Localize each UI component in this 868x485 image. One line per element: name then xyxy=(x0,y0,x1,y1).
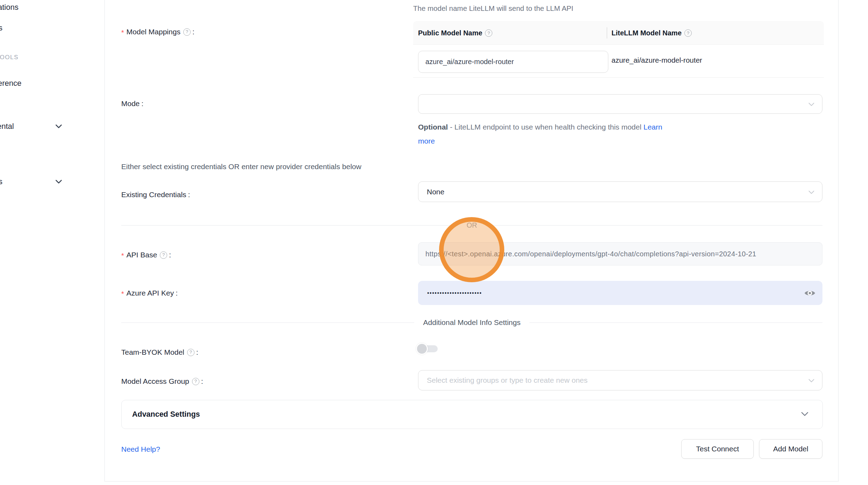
add-model-form: The model name LiteLLM will send to the … xyxy=(104,0,839,481)
header-text: LiteLLM Model Name xyxy=(611,29,682,37)
mode-help-line2: more xyxy=(418,136,435,146)
advanced-settings-panel[interactable]: Advanced Settings xyxy=(121,400,823,429)
label-colon: : xyxy=(142,98,144,109)
sidebar-item-inference[interactable]: erence xyxy=(0,77,21,89)
label-text: Model Mappings xyxy=(127,26,180,37)
team-byok-toggle[interactable] xyxy=(416,343,438,355)
label-text: API Base xyxy=(127,249,157,261)
toggle-handle xyxy=(416,343,428,355)
model-name-hint: The model name LiteLLM will send to the … xyxy=(413,4,573,13)
chevron-down-icon xyxy=(808,100,814,108)
label-colon: : xyxy=(188,189,190,200)
required-marker: * xyxy=(121,27,124,38)
divider-line xyxy=(486,225,823,226)
sidebar-section-tools: TOOLS xyxy=(0,53,19,62)
help-text: - LiteLLM endpoint to use when health ch… xyxy=(450,123,641,131)
sidebar-item-label: ental xyxy=(0,122,14,131)
help-icon[interactable]: ? xyxy=(183,28,191,36)
team-byok-label: Team-BYOK Model ? : xyxy=(121,347,198,358)
sidebar-item-models[interactable]: s xyxy=(0,22,2,34)
learn-more-link[interactable]: more xyxy=(418,137,435,145)
add-model-button[interactable]: Add Model xyxy=(759,439,822,459)
litellm-model-name-value: azure_ai/azure-model-router xyxy=(611,56,702,64)
select-value: None xyxy=(427,188,444,196)
label-colon: : xyxy=(169,249,171,261)
or-divider: OR xyxy=(121,221,822,230)
sidebar-item-label: s xyxy=(0,23,2,32)
label-colon: : xyxy=(196,347,198,358)
eye-icon[interactable] xyxy=(804,289,816,298)
header-text: Public Model Name xyxy=(418,29,482,37)
chevron-down-icon xyxy=(808,376,814,384)
sidebar-item-label: ations xyxy=(0,3,19,12)
credentials-instruction: Either select existing credentials OR en… xyxy=(121,162,361,171)
button-label: Add Model xyxy=(773,445,808,453)
mode-help-line1: Optional - LiteLLM endpoint to use when … xyxy=(418,122,662,132)
help-icon[interactable]: ? xyxy=(160,251,167,259)
help-icon[interactable]: ? xyxy=(187,349,194,356)
azure-api-key-input[interactable] xyxy=(418,281,822,305)
table-header-row: Public Model Name ? LiteLLM Model Name ? xyxy=(413,21,824,45)
azure-api-key-label: * Azure API Key : xyxy=(121,287,178,299)
label-text: Model Access Group xyxy=(121,376,189,387)
add-model-page: ations s TOOLS erence ental s The model … xyxy=(0,0,868,485)
api-base-label: * API Base ? : xyxy=(121,249,171,261)
learn-more-link[interactable]: Learn xyxy=(643,123,662,131)
label-colon: : xyxy=(201,376,203,387)
button-label: Test Connect xyxy=(696,445,739,453)
advanced-settings-label: Advanced Settings xyxy=(132,410,200,419)
label-text: Mode xyxy=(121,98,140,109)
chevron-down-icon xyxy=(55,179,62,185)
divider-text: Additional Model Info Settings xyxy=(414,318,530,327)
mode-select[interactable] xyxy=(418,94,822,114)
sidebar: ations s TOOLS erence ental s xyxy=(0,0,104,485)
required-marker: * xyxy=(121,288,124,299)
model-access-group-label: Model Access Group ? : xyxy=(121,376,203,387)
label-text: Azure API Key xyxy=(127,287,174,299)
existing-credentials-select[interactable]: None xyxy=(418,181,822,202)
divider-line xyxy=(121,225,458,226)
label-text: Team-BYOK Model xyxy=(121,347,184,358)
table-header-litellm-model: LiteLLM Model Name ? xyxy=(611,21,692,45)
select-placeholder: Select existing groups or type to create… xyxy=(427,376,588,384)
divider-line xyxy=(529,323,822,323)
optional-text: Optional xyxy=(418,123,448,131)
divider-line xyxy=(121,323,414,323)
additional-settings-divider: Additional Model Info Settings xyxy=(121,318,822,327)
sidebar-section-label: TOOLS xyxy=(0,54,19,61)
help-icon[interactable]: ? xyxy=(684,29,692,37)
api-base-value: https://<test>.openai.azure.com/openai/d… xyxy=(425,250,756,258)
sidebar-item-label: s xyxy=(0,177,2,186)
table-row: azure_ai/azure-model-router xyxy=(413,45,824,78)
sidebar-item-label: erence xyxy=(0,79,21,88)
sidebar-item-experimental[interactable]: ental xyxy=(0,120,14,132)
help-icon[interactable]: ? xyxy=(192,378,199,385)
column-divider xyxy=(607,27,607,39)
model-mappings-label: * Model Mappings ? : xyxy=(121,26,194,37)
label-colon: : xyxy=(192,26,194,37)
label-colon: : xyxy=(176,287,178,299)
sidebar-item-settings[interactable]: s xyxy=(0,176,2,188)
api-base-input[interactable]: https://<test>.openai.azure.com/openai/d… xyxy=(418,242,822,265)
chevron-down-icon xyxy=(55,124,62,130)
table-header-public-model: Public Model Name ? xyxy=(418,21,492,45)
test-connect-button[interactable]: Test Connect xyxy=(681,439,754,459)
required-marker: * xyxy=(121,250,124,261)
chevron-down-icon xyxy=(808,188,814,196)
chevron-down-icon xyxy=(801,411,808,418)
mode-label: Mode : xyxy=(121,98,143,109)
existing-credentials-label: Existing Credentials : xyxy=(121,189,190,200)
or-text: OR xyxy=(458,221,486,229)
model-access-group-select[interactable]: Select existing groups or type to create… xyxy=(418,370,822,390)
public-model-name-input[interactable] xyxy=(418,51,608,73)
help-icon[interactable]: ? xyxy=(485,29,492,37)
label-text: Existing Credentials xyxy=(121,189,186,200)
sidebar-item-integrations[interactable]: ations xyxy=(0,1,19,13)
need-help-link[interactable]: Need Help? xyxy=(121,444,160,455)
